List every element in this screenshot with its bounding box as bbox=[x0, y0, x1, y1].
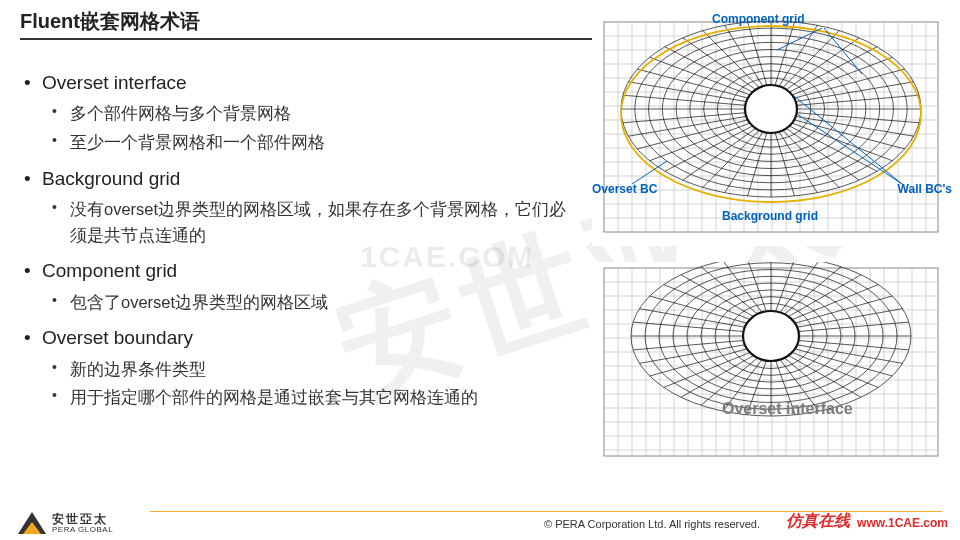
bullet-l1: Background grid bbox=[20, 164, 580, 193]
svg-point-131 bbox=[743, 311, 799, 361]
bullet-l2: 没有overset边界类型的网格区域，如果存在多个背景网格，它们必须是共节点连通… bbox=[20, 197, 580, 248]
logo-icon bbox=[18, 512, 46, 534]
figures: Component grid Overset BC Wall BC's Back… bbox=[592, 14, 950, 478]
bullet-l2: 新的边界条件类型 bbox=[20, 357, 580, 383]
red-url: www.1CAE.com bbox=[857, 516, 948, 530]
label-component-grid: Component grid bbox=[712, 12, 805, 26]
bullet-l2: 包含了overset边界类型的网格区域 bbox=[20, 290, 580, 316]
slide: Fluent嵌套网格术语 1CAE.COM 安世亚太 Overset inter… bbox=[0, 0, 960, 540]
logo-cn: 安世亞太 bbox=[52, 513, 113, 526]
label-overset-interface: Overset interface bbox=[722, 400, 853, 418]
logo-text: 安世亞太 PERA GLOBAL bbox=[52, 513, 113, 534]
logo-en: PERA GLOBAL bbox=[52, 526, 113, 534]
bullet-l1: Overset interface bbox=[20, 68, 580, 97]
bullet-l2: 多个部件网格与多个背景网格 bbox=[20, 101, 580, 127]
figure-1: Component grid Overset BC Wall BC's Back… bbox=[592, 14, 950, 246]
label-wall-bc: Wall BC's bbox=[898, 182, 952, 196]
bullet-l2: 至少一个背景网格和一个部件网格 bbox=[20, 130, 580, 156]
copyright: © PERA Corporation Ltd. All rights reser… bbox=[544, 518, 760, 530]
bullet-l2: 用于指定哪个部件的网格是通过嵌套与其它网格连通的 bbox=[20, 385, 580, 411]
label-background-grid: Background grid bbox=[722, 209, 818, 223]
figure-2: Overset interface bbox=[592, 262, 950, 462]
red-tag: 仿真在线 bbox=[786, 511, 850, 532]
bullet-l1: Overset boundary bbox=[20, 323, 580, 352]
footer: 安世亞太 PERA GLOBAL © PERA Corporation Ltd.… bbox=[0, 498, 960, 540]
figure-2-svg bbox=[592, 262, 950, 462]
label-overset-bc: Overset BC bbox=[592, 182, 657, 196]
logo: 安世亞太 PERA GLOBAL bbox=[18, 512, 113, 534]
bullet-l1: Component grid bbox=[20, 256, 580, 285]
content-area: Overset interface 多个部件网格与多个背景网格 至少一个背景网格… bbox=[20, 60, 580, 414]
svg-point-38 bbox=[745, 85, 797, 133]
